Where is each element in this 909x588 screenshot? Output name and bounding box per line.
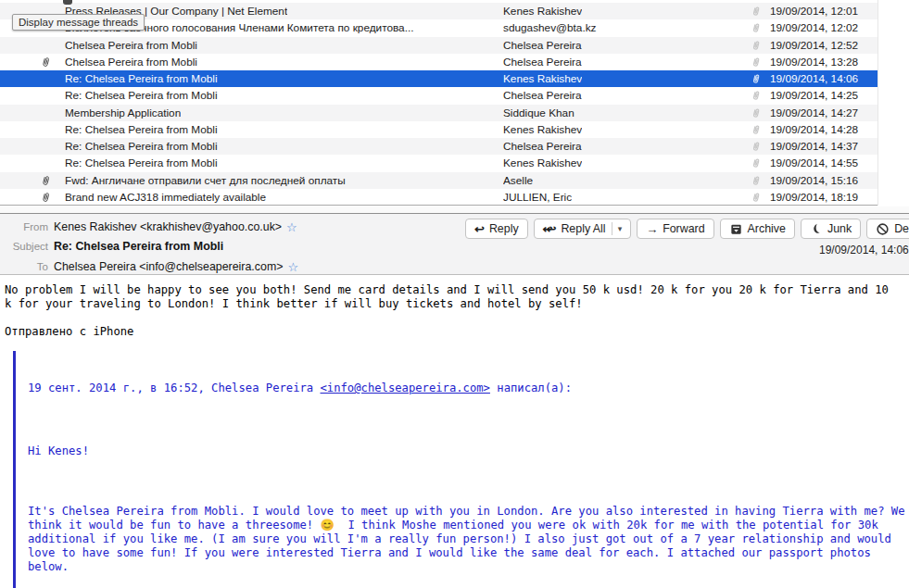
- body-paragraph: No problem I will be happy to see you bo…: [0, 283, 909, 311]
- message-list-row[interactable]: Re: Chelsea Pereira from Mobli Chelsea P…: [0, 87, 877, 104]
- message-list-row[interactable]: Re: Chelsea Pereira from Mobli Kenes Rak…: [0, 155, 877, 171]
- pane-splitter[interactable]: [0, 206, 909, 214]
- forward-button[interactable]: → Forward: [637, 219, 713, 239]
- message-list-row[interactable]: Chelsea Pereira from Mobli Chelsea Perei…: [0, 37, 877, 54]
- message-list[interactable]: Press Releases | Our Company | Net Eleme…: [0, 0, 877, 206]
- message-sender: Chelsea Pereira: [503, 89, 582, 102]
- message-subject: Re: Chelsea Pereira from Mobli: [65, 89, 218, 102]
- attachment-indicator-icon: [751, 6, 762, 18]
- message-list-row[interactable]: Chelsea Pereira from Mobli Chelsea Perei…: [0, 54, 877, 70]
- attachment-paperclip-icon: [40, 191, 52, 204]
- message-body: No problem I will be happy to see you bo…: [0, 275, 909, 588]
- quoted-message: 19 сент. 2014 г., в 16:52, Chelsea Perei…: [13, 351, 909, 588]
- message-sender: Kenes Rakishev: [503, 123, 582, 136]
- message-subject: Fwd: Англичане отправили счет для послед…: [65, 174, 346, 187]
- attachment-indicator-icon: [751, 73, 762, 85]
- message-date: 19/09/2014, 12:52: [770, 39, 858, 52]
- header-to-row: To Chelsea Pereira <info@chelseapereira.…: [0, 259, 298, 274]
- mouse-cursor-artifact: [63, 0, 72, 5]
- message-list-row[interactable]: Membership Application Siddique Khan 19/…: [0, 105, 877, 121]
- message-header-pane: From Kenes Rakishev <krakhishev@yahoo.co…: [0, 214, 909, 275]
- delete-button[interactable]: Delete: [866, 219, 909, 239]
- message-sender: Kenes Rakishev: [503, 72, 582, 85]
- message-date: 19/09/2014, 15:16: [770, 174, 858, 187]
- message-sender: Chelsea Pereira: [503, 56, 582, 69]
- archive-icon: [729, 222, 743, 236]
- message-list-row[interactable]: Re: Chelsea Pereira from Mobli Kenes Rak…: [0, 70, 877, 87]
- attachment-indicator-icon: [751, 90, 762, 102]
- junk-flame-icon: [810, 222, 823, 236]
- message-list-row[interactable]: Brand new ACJ318 immediately available J…: [0, 189, 877, 206]
- message-subject: Brand new ACJ318 immediately available: [65, 191, 266, 204]
- attachment-indicator-icon: [751, 123, 762, 135]
- attachment-indicator-icon: [751, 39, 762, 51]
- message-date: 19/09/2014, 18:19: [770, 191, 858, 204]
- message-sender: Kenes Rakishev: [503, 156, 582, 169]
- message-date: 19/09/2014, 13:28: [770, 56, 858, 69]
- message-date: 19/09/2014, 14:55: [770, 156, 858, 169]
- subject-label: Subject: [0, 241, 48, 252]
- archive-button[interactable]: Archive: [720, 219, 795, 239]
- quote-paragraph: It's Chelsea Pereira from Mobli. I would…: [28, 505, 905, 574]
- junk-button[interactable]: Junk: [801, 219, 861, 239]
- body-signature: Отправлено с iPhone: [0, 325, 909, 339]
- message-sender: Chelsea Pereira: [503, 39, 582, 52]
- message-subject: Chelsea Pereira from Mobli: [65, 56, 197, 69]
- button-divider: [612, 222, 612, 235]
- quote-attribution: 19 сент. 2014 г., в 16:52, Chelsea Perei…: [28, 382, 905, 395]
- message-date: 19/09/2014, 14:27: [770, 106, 858, 119]
- message-sender: sdugashev@bta.kz: [503, 21, 597, 34]
- mail-app-window: Press Releases | Our Company | Net Eleme…: [0, 0, 909, 588]
- header-from-row: From Kenes Rakishev <krakhishev@yahoo.co…: [0, 219, 297, 234]
- attachment-paperclip-icon: [40, 174, 52, 187]
- reply-all-icon: ↩↩: [543, 223, 557, 235]
- message-date: 19/09/2014, 14:37: [770, 140, 858, 153]
- message-sender: JULLIEN, Eric: [503, 191, 572, 204]
- forward-icon: →: [646, 223, 658, 235]
- message-sender: Aselle: [503, 174, 533, 187]
- subject-value: Re: Chelsea Pereira from Mobli: [54, 240, 223, 253]
- message-toolbar: ↩ Reply ↩↩ Reply All ▾ → Forward Archive…: [465, 219, 909, 239]
- message-subject: Chelsea Pereira from Mobli: [65, 39, 197, 52]
- reply-all-button[interactable]: ↩↩ Reply All ▾: [534, 219, 632, 239]
- message-date: 19/09/2014, 14:25: [770, 89, 858, 102]
- message-date: 19/09/2014, 14:28: [770, 123, 858, 136]
- attachment-indicator-icon: [751, 191, 762, 203]
- attachment-paperclip-icon: [40, 56, 52, 69]
- to-value: Chelsea Pereira <info@chelseapereira.com…: [54, 260, 283, 273]
- message-subject: Re: Chelsea Pereira from Mobli: [65, 72, 218, 85]
- message-list-row[interactable]: Fwd: Англичане отправили счет для послед…: [0, 172, 877, 189]
- from-value: Kenes Rakishev <krakhishev@yahoo.co.uk>: [54, 220, 282, 233]
- message-subject: Membership Application: [65, 106, 181, 119]
- header-subject-row: Subject Re: Chelsea Pereira from Mobli: [0, 239, 223, 254]
- message-date: 19/09/2014, 12:02: [770, 21, 858, 34]
- to-label: To: [0, 261, 48, 272]
- attachment-indicator-icon: [751, 174, 762, 186]
- reply-icon: ↩: [474, 223, 485, 235]
- attachment-indicator-icon: [751, 56, 762, 68]
- message-list-row[interactable]: Re: Chelsea Pereira from Mobli Chelsea P…: [0, 138, 877, 155]
- message-sender: Chelsea Pereira: [503, 140, 582, 153]
- reply-button[interactable]: ↩ Reply: [465, 219, 528, 239]
- message-subject: Re: Chelsea Pereira from Mobli: [65, 123, 218, 136]
- message-subject: Re: Chelsea Pereira from Mobli: [65, 140, 218, 153]
- message-date: 19/09/2014, 12:01: [770, 5, 858, 18]
- email-link[interactable]: <info@chelseapereira.com>: [321, 382, 490, 394]
- message-sender: Kenes Rakishev: [503, 5, 582, 18]
- message-subject: Re: Chelsea Pereira from Mobli: [65, 156, 218, 169]
- message-date: 19/09/2014, 14:06: [770, 72, 858, 85]
- star-icon[interactable]: ☆: [287, 261, 298, 273]
- message-list-row[interactable]: Re: Chelsea Pereira from Mobli Kenes Rak…: [0, 121, 877, 138]
- attachment-indicator-icon: [751, 22, 762, 34]
- delete-prohibition-icon: [876, 222, 890, 236]
- message-sender: Siddique Khan: [503, 106, 574, 119]
- attachment-indicator-icon: [751, 106, 762, 119]
- tooltip: Display message threads: [12, 14, 145, 31]
- star-icon[interactable]: ☆: [286, 221, 297, 233]
- attachment-indicator-icon: [751, 141, 762, 153]
- chevron-down-icon[interactable]: ▾: [618, 224, 623, 233]
- from-label: From: [0, 221, 48, 232]
- message-date-header: 19/09/2014, 14:06: [819, 244, 909, 256]
- list-scrollbar-gutter[interactable]: [877, 0, 909, 206]
- attachment-indicator-icon: [751, 157, 762, 169]
